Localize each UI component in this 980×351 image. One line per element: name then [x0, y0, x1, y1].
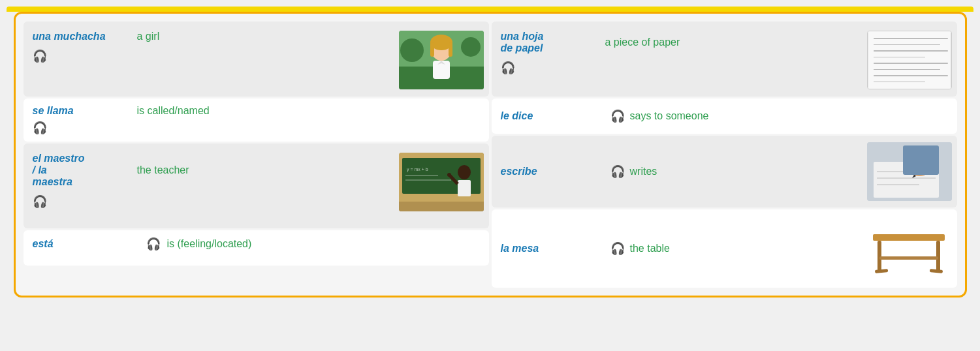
table-svg	[870, 216, 948, 281]
term-el-maestro: el maestro/ lamaestra	[33, 153, 137, 188]
def-escribe: writes	[630, 166, 861, 177]
vocabulary-grid: una muchacha a girl 🎧	[24, 22, 957, 288]
svg-rect-37	[879, 256, 938, 260]
svg-point-3	[461, 37, 481, 57]
paper-line	[874, 63, 948, 64]
headphone-icon-4: 🎧	[501, 61, 515, 75]
svg-rect-8	[433, 61, 450, 79]
svg-rect-31	[903, 145, 939, 175]
headphone-icon-7[interactable]: 🎧	[610, 241, 625, 256]
paper-line	[874, 57, 926, 58]
maestro-content: el maestro/ lamaestra the teacher	[33, 153, 392, 188]
svg-rect-36	[929, 269, 942, 273]
vocab-row-escribe: escribe 🎧 writes	[492, 136, 957, 207]
vocab-row-le-dice: le dice 🎧 says to someone	[492, 99, 957, 134]
image-paper	[867, 31, 952, 89]
def-una-muchacha: a girl	[137, 31, 392, 42]
se-llama-content: se llama is called/named	[33, 105, 480, 117]
paper-line	[874, 75, 948, 76]
svg-rect-35	[874, 269, 887, 273]
image-girl	[399, 31, 484, 89]
headphone-icon-esta[interactable]: 🎧	[146, 237, 161, 251]
vocab-row-el-maestro: el maestro/ lamaestra the teacher 🎧	[24, 144, 489, 228]
def-le-dice: says to someone	[630, 110, 948, 122]
vocab-row-una-hoja: una hojade papel a piece of paper 🎧	[492, 22, 957, 97]
image-teacher: y = mx + b	[399, 153, 484, 211]
headphone-icon-3: 🎧	[33, 194, 47, 209]
girl-svg	[399, 31, 484, 89]
right-column: una hojade papel a piece of paper 🎧	[492, 22, 957, 288]
headphone-icon: 🎧	[33, 49, 47, 63]
image-writing	[867, 142, 952, 201]
term-le-dice: le dice	[501, 110, 605, 122]
paper-line	[874, 82, 926, 83]
headphone-icon-5[interactable]: 🎧	[610, 109, 625, 123]
hoja-content: una hojade papel a piece of paper	[501, 31, 861, 54]
teacher-svg: y = mx + b	[399, 153, 484, 211]
svg-point-16	[458, 165, 471, 179]
audio-una-hoja[interactable]: 🎧	[501, 61, 861, 75]
audio-una-muchacha[interactable]: 🎧	[33, 49, 392, 63]
top-bar	[7, 7, 973, 12]
svg-rect-7	[449, 42, 452, 57]
headphone-icon-6[interactable]: 🎧	[610, 164, 625, 179]
def-se-llama: is called/named	[137, 105, 480, 117]
paper-line	[874, 50, 948, 52]
svg-rect-6	[430, 42, 434, 57]
svg-text:y = mx + b: y = mx + b	[407, 167, 428, 172]
audio-se-llama[interactable]: 🎧	[33, 121, 47, 135]
writing-svg	[867, 142, 952, 201]
vocabulary-container: una muchacha a girl 🎧	[14, 12, 967, 298]
term-una-muchacha: una muchacha	[33, 31, 137, 42]
paper-line	[874, 38, 948, 39]
headphone-icon-2: 🎧	[33, 121, 47, 135]
svg-rect-20	[399, 202, 484, 211]
term-definition-row: una muchacha a girl	[33, 31, 392, 42]
def-el-maestro: the teacher	[137, 164, 392, 176]
vocab-row-la-mesa: la mesa 🎧 the table	[492, 209, 957, 288]
vocab-row-esta: está 🎧 is (feeling/located)	[24, 230, 489, 266]
term-se-llama: se llama	[33, 105, 137, 117]
def-la-mesa: the table	[630, 243, 863, 254]
term-una-hoja: una hojade papel	[501, 31, 605, 54]
paper-lines-visual	[868, 31, 951, 89]
svg-rect-17	[458, 180, 471, 196]
audio-el-maestro[interactable]: 🎧	[33, 194, 392, 209]
term-escribe: escribe	[501, 166, 605, 177]
vocab-row-una-muchacha: una muchacha a girl 🎧	[24, 22, 489, 97]
image-table	[870, 216, 948, 281]
term-la-mesa: la mesa	[501, 243, 605, 254]
paper-line	[874, 44, 941, 46]
left-column: una muchacha a girl 🎧	[24, 22, 489, 288]
def-esta: is (feeling/located)	[167, 238, 480, 250]
esta-content: está 🎧 is (feeling/located)	[33, 237, 480, 251]
svg-point-19	[447, 173, 451, 177]
vocab-row-se-llama: se llama is called/named 🎧	[24, 99, 489, 142]
paper-line	[874, 69, 941, 70]
term-esta: está	[33, 238, 137, 250]
svg-rect-32	[873, 234, 945, 241]
def-una-hoja: a piece of paper	[605, 37, 861, 48]
svg-point-2	[400, 38, 424, 62]
